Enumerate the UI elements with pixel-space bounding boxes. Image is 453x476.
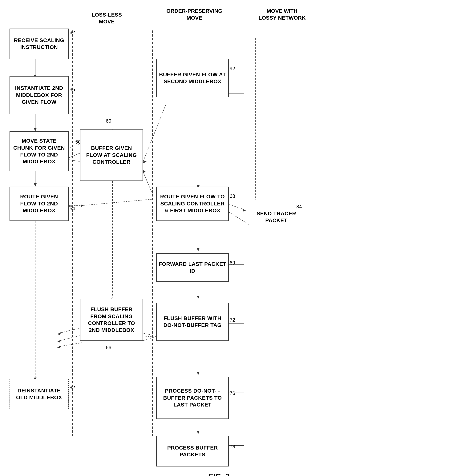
ref-32: 32	[70, 29, 75, 35]
svg-marker-30	[242, 209, 246, 212]
ref-76: 76	[230, 390, 235, 396]
instantiate-2nd-box: INSTANTIATE 2ND MIDDLEBOX FOR GIVEN FLOW	[9, 76, 69, 114]
svg-marker-41	[197, 431, 199, 434]
ref-54: 54	[70, 206, 75, 212]
svg-marker-6	[34, 128, 37, 131]
ref-78: 78	[230, 444, 235, 449]
diagram: LOSS-LESSMOVE ORDER-PRESERVINGMOVE MOVE …	[0, 0, 453, 476]
route-given-flow-box: ROUTE GIVEN FLOW TO 2ND MIDDLEBOX	[9, 186, 69, 221]
svg-marker-16	[81, 204, 84, 207]
receive-scaling-box: RECEIVE SCALING INSTRUCTION	[9, 28, 69, 59]
ref-68: 68	[230, 193, 235, 199]
svg-marker-35	[197, 248, 199, 251]
ref-69: 69	[230, 260, 235, 266]
svg-line-25	[59, 343, 82, 346]
send-tracer-box: SEND TRACER PACKET	[250, 202, 303, 232]
deinstantiate-box: DEINSTANTIATE OLD MIDDLEBOX	[9, 379, 69, 409]
svg-marker-22	[57, 332, 61, 335]
forward-last-packet-box: FORWARD LAST PACKET ID	[156, 253, 229, 282]
flush-buffer-tag-box: FLUSH BUFFER WITH DO-NOT-BUFFER TAG	[156, 303, 229, 341]
buffer-given-flow-scaling-box: BUFFER GIVEN FLOW AT SCALING CONTROLLER	[80, 130, 143, 181]
flush-buffer-box: FLUSH BUFFER FROM SCALING CONTROLLER TO …	[80, 299, 143, 341]
svg-marker-26	[57, 345, 61, 348]
svg-line-31	[143, 333, 152, 335]
svg-marker-37	[197, 296, 199, 299]
buffer-given-flow-second-box: BUFFER GIVEN FLOW AT SECOND MIDDLEBOX	[156, 59, 229, 97]
svg-marker-39	[197, 372, 199, 375]
svg-line-27	[143, 171, 152, 194]
svg-marker-24	[57, 340, 61, 343]
svg-line-60	[59, 198, 166, 207]
ref-82: 82	[70, 385, 75, 391]
process-do-not-box: PROCESS DO-NOT- -BUFFER PACKETS TO LAST …	[156, 377, 229, 419]
fig-label: FIG. 3	[181, 472, 257, 476]
svg-line-21	[59, 327, 82, 333]
svg-line-23	[59, 335, 82, 341]
col3-label: ORDER-PRESERVINGMOVE	[158, 8, 231, 21]
process-buffer-box: PROCESS BUFFER PACKETS	[156, 436, 229, 467]
col2-label: LOSS-LESSMOVE	[82, 11, 132, 25]
ref-66: 66	[106, 345, 111, 351]
svg-marker-8	[34, 183, 37, 186]
ref-60: 60	[106, 118, 111, 124]
col4-label: MOVE WITHLOSSY NETWORK	[252, 8, 312, 21]
ref-92: 92	[230, 66, 235, 72]
svg-line-58	[143, 105, 166, 162]
route-given-flow-sc-box: ROUTE GIVEN FLOW TO SCALING CONTROLLER &…	[156, 186, 229, 221]
ref-72: 72	[230, 317, 235, 323]
move-state-chunk-box: MOVE STATE CHUNK FOR GIVEN FLOW TO 2ND M…	[9, 131, 69, 171]
ref-35: 35	[70, 87, 75, 93]
ref-84: 84	[296, 204, 302, 210]
